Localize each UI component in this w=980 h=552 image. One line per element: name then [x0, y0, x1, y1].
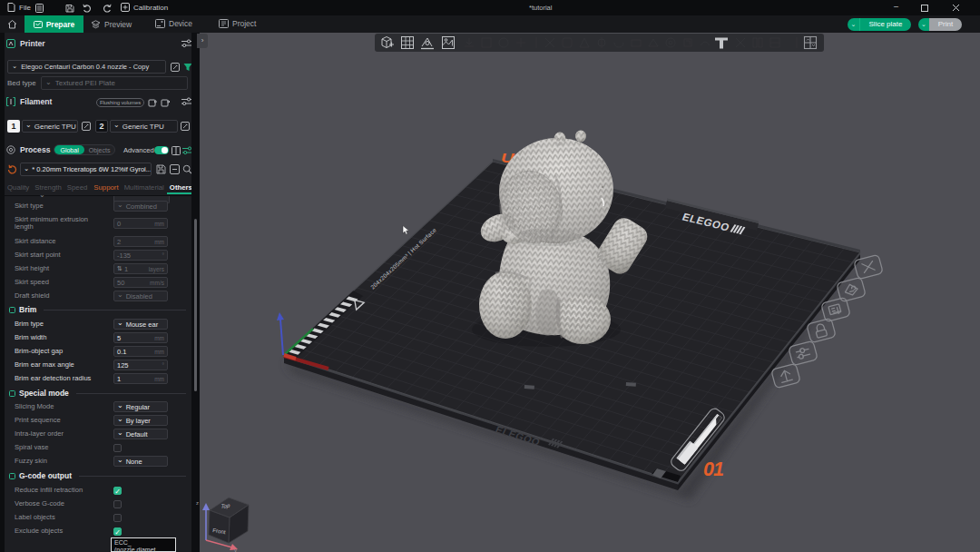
svg-text:z: z	[196, 500, 199, 506]
svg-text:01: 01	[703, 458, 723, 480]
svg-text:y: y	[234, 547, 237, 552]
